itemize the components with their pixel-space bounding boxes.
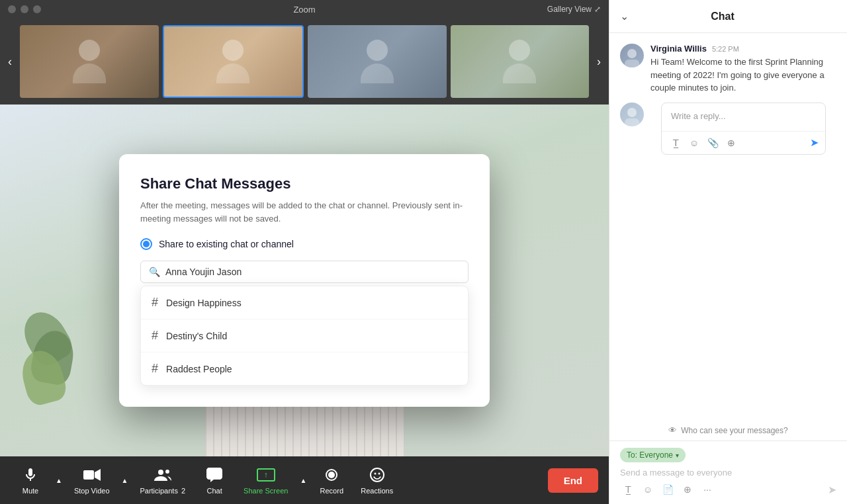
channel-item-3[interactable]: # Raddest People <box>141 353 468 385</box>
modal-overlay: Share Chat Messages After the meeting, m… <box>0 105 609 456</box>
reactions-button[interactable]: Reactions <box>354 462 400 499</box>
title-bar: Zoom Gallery View ⤢ <box>0 0 609 19</box>
chat-file-icon[interactable]: 📄 <box>660 482 676 497</box>
radio-label: Share to existing chat or channel <box>159 239 294 249</box>
chat-more-icon[interactable]: ··· <box>699 482 715 497</box>
thumbnail-4[interactable] <box>451 25 590 98</box>
modal-radio-option[interactable]: Share to existing chat or channel <box>140 238 468 250</box>
message-text-1: Hi Team! Welcome to the first Sprint Pla… <box>650 56 836 95</box>
mute-label: Mute <box>22 487 38 495</box>
who-can-see-text: Who can see your messages? <box>681 426 787 435</box>
thumb-body-2 <box>216 63 249 83</box>
radio-button[interactable] <box>140 238 152 250</box>
end-button[interactable]: End <box>548 468 598 493</box>
mute-chevron[interactable]: ▲ <box>53 474 65 487</box>
to-everyone-chevron-icon: ▾ <box>676 452 679 459</box>
reply-box[interactable]: Write a reply... T̲ ☺ 📎 ⊕ ➤ <box>661 103 826 155</box>
message-item-1: Virginia Willis 5:22 PM Hi Team! Welcome… <box>620 44 836 95</box>
svg-point-6 <box>371 468 384 482</box>
app-title: Zoom <box>293 5 315 15</box>
chat-emoji-icon[interactable]: ☺ <box>640 482 656 497</box>
thumb-head-4 <box>509 40 530 61</box>
thumb-body-4 <box>503 63 536 83</box>
gif-icon[interactable]: ⊕ <box>724 136 738 150</box>
participants-button[interactable]: Participants 2 <box>133 462 192 499</box>
stop-video-button[interactable]: Stop Video <box>67 462 116 499</box>
eye-icon: 👁 <box>668 425 677 435</box>
thumb-head-2 <box>222 40 244 61</box>
who-can-see-bar: 👁 Who can see your messages? <box>609 420 847 441</box>
channel-search-box[interactable]: 🔍 Anna Youjin Jason <box>140 261 468 283</box>
maximize-dot[interactable] <box>33 5 41 13</box>
mute-button[interactable]: Mute <box>11 462 50 499</box>
chat-collapse-icon[interactable]: ⌄ <box>620 10 629 22</box>
avatar-person <box>620 44 644 67</box>
chat-header: ⌄ Chat <box>609 0 847 33</box>
chat-panel: ⌄ Chat Virginia Willis 5:22 PM Hi Team! … <box>609 0 847 504</box>
toolbar-left: Mute ▲ Stop Video ▲ <box>11 462 400 499</box>
modal-description: After the meeting, messages will be adde… <box>140 199 468 225</box>
hash-icon-3: # <box>152 362 158 376</box>
chat-send-icon[interactable]: ➤ <box>828 483 836 496</box>
next-arrow[interactable]: › <box>589 24 609 99</box>
share-screen-icon <box>257 466 275 484</box>
attach-icon[interactable]: 📎 <box>705 136 720 150</box>
modal-title: Share Chat Messages <box>140 175 468 192</box>
gallery-view-label: Gallery View <box>547 5 592 14</box>
thumbnail-2[interactable] <box>163 25 304 98</box>
format-icon[interactable]: T̲ <box>668 136 683 150</box>
chat-gif-icon[interactable]: ⊕ <box>680 482 695 497</box>
svg-rect-0 <box>83 470 94 480</box>
chat-label: Chat <box>206 487 222 495</box>
close-dot[interactable] <box>8 5 16 13</box>
record-button[interactable]: Record <box>312 462 351 499</box>
record-icon <box>322 466 341 484</box>
reply-toolbar: T̲ ☺ 📎 ⊕ ➤ <box>662 131 825 154</box>
message-time-1: 5:22 PM <box>712 45 739 53</box>
message-content-1: Virginia Willis 5:22 PM Hi Team! Welcome… <box>650 44 836 95</box>
search-input[interactable]: Anna Youjin Jason <box>165 267 460 277</box>
emoji-icon[interactable]: ☺ <box>687 136 701 150</box>
prev-arrow[interactable]: ‹ <box>0 24 20 99</box>
hash-icon-1: # <box>152 296 158 310</box>
share-screen-button[interactable]: Share Screen <box>237 462 294 499</box>
thumbnail-1[interactable] <box>20 25 159 98</box>
thumb-body-1 <box>73 63 106 83</box>
chat-messages-area: Virginia Willis 5:22 PM Hi Team! Welcome… <box>609 33 847 420</box>
svg-point-2 <box>158 470 163 475</box>
to-label-row: To: Everyone ▾ <box>620 448 836 468</box>
channel-item-2[interactable]: # Destiny's Child <box>141 319 468 353</box>
share-chevron[interactable]: ▲ <box>297 474 309 487</box>
reactions-label: Reactions <box>361 487 393 495</box>
share-screen-icon-bg <box>257 468 275 482</box>
hash-icon-2: # <box>152 329 158 343</box>
channel-dropdown: # Design Happiness # Destiny's Child # R… <box>140 286 468 386</box>
participants-count: 2 <box>181 487 185 495</box>
window-controls <box>8 5 41 13</box>
gallery-view-button[interactable]: Gallery View ⤢ <box>547 5 601 14</box>
message-author-1: Virginia Willis <box>650 44 707 54</box>
avatar-virginia <box>620 44 644 67</box>
to-everyone-selector[interactable]: To: Everyone ▾ <box>620 448 686 462</box>
thumbnail-3[interactable] <box>308 25 447 98</box>
video-icon <box>83 466 101 484</box>
chat-button[interactable]: Chat <box>195 462 234 499</box>
expand-icon: ⤢ <box>594 5 601 14</box>
minimize-dot[interactable] <box>21 5 28 13</box>
message-meta-1: Virginia Willis 5:22 PM <box>650 44 836 54</box>
write-reply-input[interactable]: Write a reply... <box>662 103 825 131</box>
reply-send-icon[interactable]: ➤ <box>810 136 819 149</box>
chat-title: Chat <box>711 11 735 22</box>
thumbnail-list <box>20 24 589 99</box>
video-chevron[interactable]: ▲ <box>119 474 131 487</box>
stop-video-label: Stop Video <box>74 487 110 495</box>
chat-message-input[interactable]: Send a message to everyone <box>620 468 836 478</box>
to-everyone-text: To: Everyone <box>627 450 673 460</box>
zoom-video-panel: Zoom Gallery View ⤢ ‹ <box>0 0 609 504</box>
participants-label: Participants 2 <box>140 487 185 495</box>
chat-format-icon[interactable]: T̲ <box>620 482 636 497</box>
reply-area: Write a reply... T̲ ☺ 📎 ⊕ ➤ <box>620 103 836 160</box>
svg-point-5 <box>328 472 335 478</box>
participants-icon <box>154 466 172 484</box>
channel-item-1[interactable]: # Design Happiness <box>141 286 468 319</box>
